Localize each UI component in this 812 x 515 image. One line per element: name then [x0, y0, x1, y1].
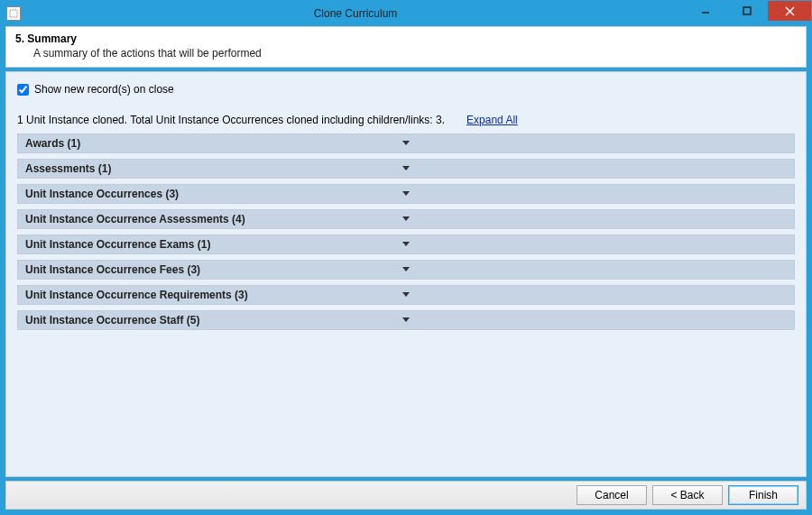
chevron-down-icon: [401, 214, 411, 225]
group-uio-requirements[interactable]: Unit Instance Occurrence Requirements (3…: [17, 285, 795, 305]
group-label: Unit Instance Occurrence Assessments (4): [25, 213, 245, 225]
group-uio-exams[interactable]: Unit Instance Occurrence Exams (1): [17, 235, 795, 254]
show-new-label[interactable]: Show new record(s) on close: [34, 83, 174, 96]
svg-marker-7: [402, 191, 410, 196]
svg-marker-10: [402, 267, 410, 271]
show-new-row: Show new record(s) on close: [17, 83, 795, 96]
group-label: Unit Instance Occurrence Fees (3): [25, 263, 200, 276]
chevron-down-icon: [401, 163, 411, 174]
group-awards[interactable]: Awards (1): [17, 133, 795, 153]
group-label: Assessments (1): [25, 162, 111, 175]
svg-rect-0: [10, 10, 17, 17]
group-assessments[interactable]: Assessments (1): [17, 159, 795, 179]
wizard-step-title: 5. Summary: [15, 32, 797, 45]
chevron-down-icon: [401, 264, 411, 275]
summary-text: 1 Unit Instance cloned. Total Unit Insta…: [17, 114, 445, 126]
window-title: Clone Curriculum: [26, 7, 685, 20]
svg-marker-9: [402, 242, 410, 246]
wizard-footer: Cancel < Back Finish: [5, 481, 807, 510]
svg-marker-6: [402, 166, 410, 170]
svg-marker-5: [402, 141, 410, 145]
group-label: Unit Instance Occurrence Exams (1): [25, 238, 210, 251]
group-uio-assessments[interactable]: Unit Instance Occurrence Assessments (4): [17, 209, 795, 229]
maximize-button[interactable]: [726, 1, 768, 21]
group-label: Unit Instance Occurrences (3): [25, 188, 179, 200]
svg-marker-12: [402, 317, 410, 322]
client-area: 5. Summary A summary of the actions that…: [1, 26, 811, 514]
back-button[interactable]: < Back: [652, 485, 723, 505]
close-button[interactable]: [768, 1, 811, 21]
window-buttons: [685, 1, 811, 21]
wizard-step-description: A summary of the actions that will be pe…: [33, 47, 797, 60]
system-menu-icon[interactable]: [6, 6, 21, 21]
cancel-button[interactable]: Cancel: [577, 485, 647, 505]
group-list: Awards (1) Assessments (1) Unit Instance…: [17, 133, 795, 330]
group-uio-staff[interactable]: Unit Instance Occurrence Staff (5): [17, 310, 795, 330]
group-label: Awards (1): [25, 137, 80, 150]
svg-marker-11: [402, 292, 410, 297]
titlebar[interactable]: Clone Curriculum: [1, 1, 811, 26]
svg-rect-2: [743, 7, 751, 14]
chevron-down-icon: [401, 315, 411, 326]
group-uio-fees[interactable]: Unit Instance Occurrence Fees (3): [17, 260, 795, 280]
expand-all-link[interactable]: Expand All: [466, 114, 518, 126]
window-frame: Clone Curriculum 5. Summary A summary of…: [0, 0, 812, 515]
chevron-down-icon: [401, 189, 411, 199]
svg-marker-8: [402, 216, 410, 221]
chevron-down-icon: [401, 290, 411, 300]
finish-button[interactable]: Finish: [728, 485, 798, 505]
chevron-down-icon: [401, 239, 411, 250]
group-label: Unit Instance Occurrence Requirements (3…: [25, 289, 248, 301]
show-new-checkbox[interactable]: [17, 84, 29, 96]
wizard-header: 5. Summary A summary of the actions that…: [5, 26, 807, 68]
group-label: Unit Instance Occurrence Staff (5): [25, 314, 199, 326]
group-unit-instance-occurrences[interactable]: Unit Instance Occurrences (3): [17, 184, 795, 204]
wizard-body: Show new record(s) on close 1 Unit Insta…: [5, 71, 807, 477]
chevron-down-icon: [401, 138, 411, 149]
summary-row: 1 Unit Instance cloned. Total Unit Insta…: [17, 114, 795, 126]
minimize-button[interactable]: [685, 1, 726, 21]
